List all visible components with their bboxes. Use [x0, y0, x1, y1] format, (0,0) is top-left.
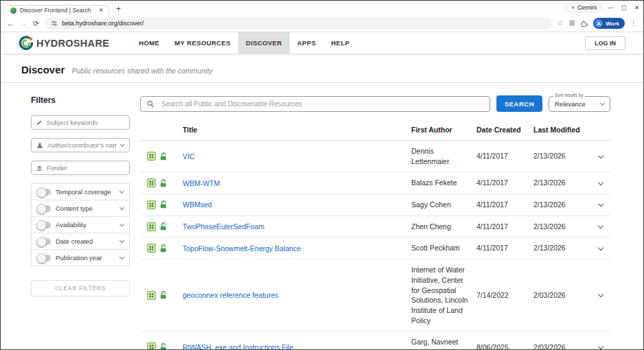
column-date-created: Date Created	[476, 126, 533, 134]
gemini-button[interactable]: ✦ Gemini	[566, 3, 601, 12]
chevron-down-icon[interactable]	[598, 344, 603, 349]
column-last-modified: Last Modified	[533, 126, 591, 134]
nav-item-home[interactable]: HOME	[131, 32, 167, 54]
author-select[interactable]: Author/contributor's name	[31, 138, 130, 152]
window-close-icon[interactable]: ✕	[634, 4, 639, 11]
row-last-modified: 2/03/2026	[533, 290, 591, 301]
sort-value: Relevance	[555, 100, 601, 108]
chevron-down-icon	[119, 222, 124, 226]
resource-title-link[interactable]: TwoPhaseEulerSedFoam	[183, 222, 273, 231]
chevron-down-icon[interactable]	[598, 223, 603, 229]
table-row[interactable]: WBM-WTM Balazs Fekete 4/11/2017 2/13/202…	[140, 172, 610, 194]
hydroshare-swirl-icon	[19, 36, 34, 51]
chevron-down-icon[interactable]	[598, 245, 603, 250]
table-row[interactable]: geoconnex reference features Internet of…	[140, 259, 610, 331]
public-unlock-icon	[159, 290, 168, 300]
row-first-author: Zhen Cheng	[411, 222, 476, 232]
search-button[interactable]: SEARCH	[496, 95, 542, 112]
resource-search-field[interactable]	[140, 96, 490, 112]
chevron-down-icon[interactable]	[598, 292, 603, 297]
subject-keywords-field[interactable]	[31, 115, 130, 130]
resource-title-link[interactable]: WBMsed	[183, 200, 220, 209]
back-icon[interactable]: ←	[7, 20, 14, 27]
row-icons	[140, 200, 183, 209]
chevron-down-icon[interactable]	[598, 152, 603, 158]
funder-input[interactable]	[47, 164, 124, 172]
new-tab-button[interactable]: +	[116, 4, 121, 15]
table-row[interactable]: TwoPhaseEulerSedFoam Zhen Cheng 4/11/201…	[140, 216, 610, 238]
table-row[interactable]: TopoFlow-Snowmelt-Energy Balance Scott P…	[140, 237, 610, 259]
row-first-author: Garg, Navneet Kumar	[411, 337, 476, 350]
sort-select[interactable]: Sort results by Relevance	[549, 96, 610, 112]
filter-accordion-row[interactable]: Content type	[32, 200, 129, 217]
filter-accordion-row[interactable]: Publication year	[32, 250, 129, 266]
search-icon	[147, 100, 154, 108]
chevron-down-icon[interactable]	[598, 179, 603, 185]
public-unlock-icon	[159, 200, 168, 209]
window-minimize-icon[interactable]: —	[608, 4, 614, 11]
side-panel-icon[interactable]: ⊞	[569, 20, 575, 27]
filter-accordion-label: Temporal coverage	[56, 188, 115, 196]
filter-accordion-row[interactable]: Date created	[32, 233, 129, 250]
public-unlock-icon	[159, 152, 168, 161]
window-maximize-icon[interactable]: ▢	[621, 4, 627, 11]
row-first-author: Internet of Water Initiative, Center for…	[411, 265, 476, 325]
tab-close-icon[interactable]: ✕	[98, 8, 104, 14]
chevron-down-icon	[119, 238, 124, 243]
resource-title-link[interactable]: geoconnex reference features	[183, 290, 287, 300]
login-button[interactable]: LOG IN	[585, 36, 625, 50]
forward-icon[interactable]: →	[20, 20, 27, 27]
public-unlock-icon	[159, 222, 168, 231]
row-date-created: 7/14/2022	[476, 290, 533, 301]
row-icons	[140, 178, 183, 188]
resource-title-link[interactable]: RIWASH_exe and Instructions File	[183, 342, 301, 350]
address-bar[interactable]: beta.hydroshare.org/discover/	[45, 18, 552, 30]
filter-accordion-row[interactable]: Temporal coverage	[32, 184, 129, 200]
hydroshare-logo[interactable]: HYDROSHARE	[19, 36, 109, 51]
tab-title: Discover Frontend | Search	[20, 7, 95, 14]
clear-filters-button[interactable]: CLEAR FILTERS	[31, 280, 130, 296]
filter-toggle[interactable]	[37, 205, 51, 212]
nav-item-apps[interactable]: APPS	[290, 32, 323, 54]
filter-toggle[interactable]	[37, 189, 51, 196]
resource-type-icon	[147, 244, 156, 253]
sort-label: Sort results by	[553, 93, 585, 97]
row-first-author: Sagy Cohen	[411, 200, 476, 210]
nav-item-my-resources[interactable]: MY RESOURCES	[167, 32, 238, 54]
filter-accordion-row[interactable]: Availability	[32, 217, 129, 233]
table-row[interactable]: VIC Dennis Lettenmaier 4/11/2017 2/13/20…	[140, 141, 610, 172]
resource-search-input[interactable]	[160, 100, 483, 108]
public-unlock-icon	[159, 244, 168, 253]
resource-title-link[interactable]: WBM-WTM	[183, 178, 228, 188]
chevron-down-icon[interactable]	[598, 201, 603, 207]
extensions-icon[interactable]	[580, 20, 588, 27]
browser-window: Discover Frontend | Search ✕ + ✦ Gemini …	[0, 0, 644, 350]
public-unlock-icon	[159, 178, 168, 188]
chevron-down-icon	[119, 189, 124, 194]
table-row[interactable]: RIWASH_exe and Instructions File Garg, N…	[140, 331, 610, 350]
subject-keywords-input[interactable]	[47, 119, 124, 126]
bookmark-star-icon[interactable]: ☆	[557, 20, 564, 27]
resource-type-icon	[147, 291, 156, 300]
filter-toggle[interactable]	[37, 238, 51, 245]
filters-sidebar: Filters Author/contributor's name Tempor…	[31, 95, 130, 350]
row-icons	[140, 342, 183, 350]
nav-item-help[interactable]: HELP	[323, 32, 357, 54]
profile-chip[interactable]: A Work	[593, 18, 625, 29]
refresh-icon[interactable]: ⟳	[33, 20, 39, 27]
resource-type-icon	[147, 222, 156, 231]
nav-item-discover[interactable]: DISCOVER	[238, 32, 290, 54]
row-date-created: 4/11/2017	[476, 243, 533, 253]
resource-title-link[interactable]: VIC	[183, 152, 203, 161]
site-info-icon[interactable]	[51, 20, 58, 27]
resource-title-link[interactable]: TopoFlow-Snowmelt-Energy Balance	[183, 244, 309, 253]
table-header: Title First Author Date Created Last Mod…	[140, 116, 610, 141]
browser-menu-icon[interactable]: ⋮	[630, 20, 637, 27]
row-date-created: 4/11/2017	[476, 222, 533, 232]
filter-toggle[interactable]	[37, 255, 51, 261]
table-row[interactable]: WBMsed Sagy Cohen 4/11/2017 2/13/2026	[140, 194, 610, 216]
filter-toggle[interactable]	[37, 222, 51, 229]
browser-tab[interactable]: Discover Frontend | Search ✕	[5, 5, 109, 15]
tab-strip: Discover Frontend | Search ✕ + ✦ Gemini …	[1, 1, 643, 15]
funder-field[interactable]	[31, 161, 130, 175]
